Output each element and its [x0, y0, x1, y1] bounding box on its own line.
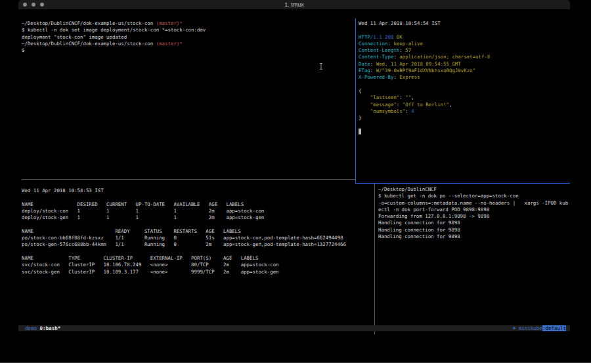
terminal-text-segment: /1.1 200	[370, 34, 394, 40]
terminal-line	[359, 81, 570, 88]
terminal-text-segment: application/json; charset=utf-8	[399, 54, 490, 60]
terminal-text-segment: Handling connection for 9898	[378, 227, 460, 233]
terminal-text-segment: "lastseen"	[370, 94, 400, 100]
terminal-text-segment: Handling connection for 9898	[378, 233, 460, 239]
terminal-text-segment: "numsymbols"	[370, 108, 405, 114]
pane-bottom-left-kubectl-watch[interactable]: Wed 11 Apr 2018 10:54:53 IST NAME DESIRE…	[18, 180, 374, 334]
terminal-text-segment: NAME READY STATUS RESTARTS AGE LABELS	[22, 228, 241, 234]
terminal-line: ~/Desktop/DublinCNCF/dok-example-us/stoc…	[22, 41, 355, 47]
pane-divider-vertical-active[interactable]	[355, 18, 356, 184]
terminal-line: deploy/stock-con 1 1 1 1 2m app=stock-co…	[22, 208, 374, 214]
desktop-background: 1. tmux ~/Desktop/DublinCNCF/dok-example…	[0, 0, 591, 363]
terminal-text-segment: po/stock-gen-576cc688bb-44kmn 1/1 Runnin…	[22, 241, 346, 247]
terminal-text-segment: W/"39-0xBPf9aF1dXVNkhsxoBQgJ8vKzo"	[376, 68, 475, 73]
kube-namespace: :default	[542, 325, 566, 331]
tmux-status-bar: demo 0:bash* ☸ minikube :default	[18, 325, 570, 331]
terminal-text-segment: Content-Type	[359, 54, 393, 60]
terminal-text-segment: "message"	[370, 102, 397, 108]
terminal-line: Connection: keep-alive	[359, 41, 570, 47]
terminal-text-segment: ,	[449, 102, 452, 108]
window-titlebar[interactable]: 1. tmux	[18, 0, 570, 9]
terminal-text-segment	[359, 129, 361, 134]
terminal-line: $ kubectl get -n dok po --selector=app=s…	[378, 193, 570, 199]
terminal-text-segment: Content-Length	[359, 47, 399, 53]
terminal-text-segment: (master)*	[156, 20, 183, 26]
terminal-line: ~/Desktop/DublinCNCF	[378, 186, 570, 193]
terminal-line: {	[359, 88, 570, 94]
session-name: demo	[25, 325, 37, 331]
kube-context: minikube	[515, 325, 542, 331]
pane-divider-horizontal-active[interactable]	[355, 183, 570, 184]
terminal-text-segment: ,	[411, 94, 414, 100]
pane-divider-vertical-inactive[interactable]	[374, 184, 375, 334]
terminal-text-segment: ~/Desktop/DublinCNCF	[378, 186, 437, 192]
terminal-text-segment: HTTP	[359, 34, 370, 40]
terminal-line: Handling connection for 9898	[378, 220, 570, 226]
terminal-text-segment: $ kubectl -n dok set image deployment/st…	[22, 27, 206, 33]
terminal-line: Handling connection for 9898	[378, 233, 570, 240]
terminal-text-segment: ""	[405, 94, 411, 100]
terminal-text-segment: keep-alive	[393, 41, 423, 47]
terminal-text-segment: :	[399, 94, 405, 100]
terminal-line: deployment "stock-con" image updated	[22, 34, 355, 41]
pane-bottom-right-port-forward[interactable]: ~/Desktop/DublinCNCF$ kubectl get -n dok…	[375, 184, 570, 334]
terminal-line: HTTP/1.1 200 OK	[359, 34, 570, 41]
terminal-line: svc/stock-gen ClusterIP 10.109.3.177 <no…	[22, 269, 374, 275]
terminal-text-segment: Handling connection for 9898	[378, 220, 460, 226]
terminal-line: }	[359, 115, 570, 121]
terminal-line: ETag: W/"39-0xBPf9aF1dXVNkhsxoBQgJ8vKzo"	[359, 68, 570, 74]
window-title: 1. tmux	[18, 0, 570, 9]
terminal-text-segment: Wed, 11 Apr 2018 09:54:55 GMT	[376, 61, 461, 67]
terminal-text-segment: Date	[359, 61, 370, 67]
terminal-line: svc/stock-con ClusterIP 10.106.78.249 <n…	[22, 262, 374, 268]
terminal-text-segment: :	[370, 68, 376, 73]
terminal-text-segment: $	[22, 47, 24, 53]
terminal-text-segment: :	[399, 47, 405, 53]
pane-top-left-shell[interactable]: ~/Desktop/DublinCNCF/dok-example-us/stoc…	[18, 18, 355, 179]
terminal-line: NAME DESIRED CURRENT UP-TO-DATE AVAILABL…	[22, 201, 374, 208]
terminal-line: "message": "Off to Berlin!",	[359, 102, 570, 108]
terminal-line: Date: Wed, 11 Apr 2018 09:54:55 GMT	[359, 61, 570, 68]
terminal-text-segment: deployment "stock-con" image updated	[22, 34, 127, 40]
status-right: ☸ minikube :default	[513, 325, 566, 331]
terminal-line: $	[22, 47, 355, 54]
terminal-text-segment: ~/Desktop/DublinCNCF/dok-example-us/stoc…	[22, 41, 156, 47]
terminal-text-segment: Forwarding from 127.0.0.1:9898 -> 9898	[378, 213, 489, 219]
terminal-line: $ kubectl -n dok set image deployment/st…	[22, 27, 355, 33]
terminal-line: Wed 11 Apr 2018 10:54:54 IST	[359, 20, 570, 27]
terminal-text-segment: NAME DESIRED CURRENT UP-TO-DATE AVAILABL…	[22, 201, 244, 207]
terminal-text-segment	[359, 108, 370, 114]
terminal-text-segment: (master)*	[156, 41, 183, 47]
terminal-text-segment: svc/stock-gen ClusterIP 10.109.3.177 <no…	[22, 269, 279, 275]
terminal-text-segment: }	[359, 115, 361, 121]
pane-top-right-http-watch[interactable]: Wed 11 Apr 2018 10:54:54 IST HTTP/1.1 20…	[356, 18, 570, 183]
terminal-line	[22, 221, 374, 228]
terminal-line	[22, 249, 374, 255]
terminal-text-segment: NAME TYPE CLUSTER-IP EXTERNAL-IP PORT(S)…	[22, 255, 258, 261]
terminal-text-segment: -o=custom-columns=:metadata.name --no-he…	[378, 200, 568, 206]
terminal-line	[359, 121, 570, 128]
terminal-line: ectl -n dok port-forward POD 9898:9898	[378, 207, 570, 213]
terminal-text-segment: :	[393, 54, 399, 60]
terminal-line	[359, 129, 570, 135]
terminal-text-segment: :	[393, 74, 399, 80]
window-list-item-bash[interactable]: 0:bash*	[37, 325, 60, 331]
terminal-line: deploy/stock-gen 1 1 1 1 2m app=stock-ge…	[22, 214, 374, 221]
terminal-text-segment: X-Powered-By	[359, 74, 393, 80]
terminal-text-segment: :	[370, 61, 376, 67]
terminal-text-segment	[359, 94, 370, 100]
terminal-text-segment: Express	[399, 74, 420, 80]
pane-divider-horizontal-inactive[interactable]	[22, 179, 355, 180]
terminal-text-segment: 4	[411, 108, 414, 114]
terminal-line: NAME READY STATUS RESTARTS AGE LABELS	[22, 228, 374, 235]
terminal-text-segment: po/stock-con-bb68f88fd-kzsxz 1/1 Running…	[22, 235, 343, 241]
terminal-text-segment	[359, 102, 370, 108]
terminal-text-segment: ETag	[359, 68, 370, 73]
terminal-content: ~/Desktop/DublinCNCF/dok-example-us/stoc…	[18, 9, 570, 325]
terminal-text-segment: ~/Desktop/DublinCNCF/dok-example-us/stoc…	[22, 20, 156, 26]
mouse-ibeam-cursor	[319, 60, 323, 66]
terminal-text-segment: :	[397, 102, 403, 108]
terminal-line	[22, 194, 374, 201]
terminal-text-segment: 57	[405, 47, 411, 53]
terminal-text-segment: :	[405, 108, 411, 114]
